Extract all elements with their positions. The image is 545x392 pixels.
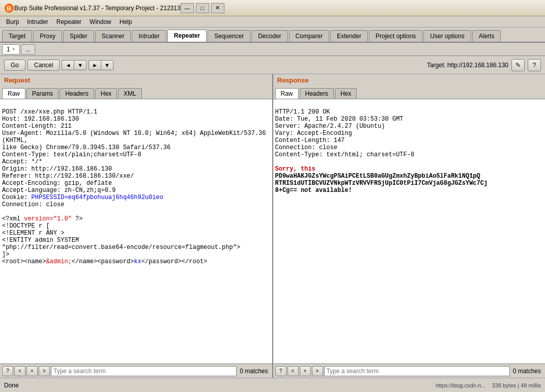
repeater-tab-more-label: ... — [25, 46, 31, 53]
target-help-button[interactable]: ? — [528, 59, 541, 71]
response-tab-hex[interactable]: Hex — [335, 88, 357, 99]
tab-decoder[interactable]: Decoder — [251, 30, 288, 42]
request-tabs: Raw Params Headers Hex XML — [0, 86, 272, 99]
titlebar-controls: — □ ✕ — [181, 3, 224, 13]
response-tab-raw[interactable]: Raw — [275, 88, 299, 99]
statusbar-right: https://blog.csdn.n... 338 bytes | 48 mi… — [436, 382, 541, 388]
request-search-fwd[interactable]: > — [39, 366, 50, 376]
request-search-matches: 0 matches — [238, 368, 270, 375]
tab-extender[interactable]: Extender — [330, 30, 368, 42]
close-button[interactable]: ✕ — [211, 3, 224, 13]
target-edit-button[interactable]: ✎ — [511, 59, 525, 71]
main-content: Request Raw Params Headers Hex XML POST … — [0, 74, 545, 378]
response-search-fwd[interactable]: > — [312, 366, 323, 376]
menu-window[interactable]: Window — [85, 17, 116, 26]
response-search-prev[interactable]: < — [288, 366, 299, 376]
menu-intruder[interactable]: Intruder — [23, 17, 52, 26]
svg-text:B: B — [7, 5, 11, 12]
repeater-tab-1[interactable]: 1 × — [2, 44, 20, 54]
tab-project-options[interactable]: Project options — [369, 30, 422, 42]
request-tab-hex[interactable]: Hex — [95, 88, 117, 99]
request-search-prev[interactable]: < — [14, 366, 25, 376]
tab-target[interactable]: Target — [2, 30, 32, 42]
target-label: Target: http://192.168.186.130 — [427, 62, 508, 69]
statusbar-url: https://blog.csdn.n... — [436, 382, 485, 388]
tab-sequencer[interactable]: Sequencer — [208, 30, 250, 42]
menu-burp[interactable]: Burp — [2, 17, 23, 26]
phpsessid-value: PHPSESSID=eq64fpbohuuaj6hq46h92u0ieo — [32, 194, 163, 201]
repeater-tab-1-close[interactable]: × — [12, 46, 15, 52]
repeater-tab-more[interactable]: ... — [21, 44, 35, 54]
request-search-input[interactable] — [51, 366, 237, 376]
request-tab-params[interactable]: Params — [26, 88, 59, 99]
request-tab-xml[interactable]: XML — [118, 88, 142, 99]
fwd-dropdown-button[interactable]: ▼ — [101, 60, 113, 70]
response-search-next[interactable]: + — [300, 366, 311, 376]
back-button[interactable]: ◄ — [62, 60, 74, 70]
request-header: Request — [0, 74, 272, 86]
xml-version-highlight: version="1.0" — [24, 215, 72, 222]
go-button[interactable]: Go — [4, 60, 25, 71]
entity-ref: &admin; — [46, 258, 71, 265]
minimize-button[interactable]: — — [181, 3, 194, 13]
tab-intruder[interactable]: Intruder — [132, 30, 166, 42]
maximize-button[interactable]: □ — [196, 3, 209, 13]
tab-comparer[interactable]: Comparer — [289, 30, 329, 42]
tab-scanner[interactable]: Scanner — [95, 30, 131, 42]
tab-user-options[interactable]: User options — [423, 30, 471, 42]
tab-proxy[interactable]: Proxy — [33, 30, 62, 42]
repeater-tab-1-label: 1 — [7, 46, 10, 53]
status-text: Done — [4, 382, 19, 389]
response-b64-1: PD9waHAKJGZsYWcgPSAiPCEtLSB0aGUgZmxhZyBp… — [275, 173, 480, 180]
titlebar: B Burp Suite Professional v1.7.37 - Temp… — [0, 0, 545, 16]
target-info: Target: http://192.168.186.130 ✎ ? — [427, 59, 541, 71]
repeater-tab-row: 1 × ... — [0, 43, 545, 56]
cancel-button[interactable]: Cancel — [27, 60, 60, 71]
tab-repeater[interactable]: Repeater — [167, 30, 207, 42]
request-content[interactable]: POST /xxe/xxe.php HTTP/1.1 Host: 192.168… — [0, 99, 272, 363]
statusbar-size: 338 bytes | 48 millis — [492, 382, 541, 388]
response-sorry: Sorry, this — [275, 165, 315, 173]
response-b64-2: RTRIS1dUTIBCVUZVNkpWTzVRVVFRSjUpIC0tPiI7… — [275, 180, 488, 187]
tab-spider[interactable]: Spider — [63, 30, 94, 42]
titlebar-title: Burp Suite Professional v1.7.37 - Tempor… — [14, 5, 181, 12]
tab-alerts[interactable]: Alerts — [472, 30, 501, 42]
request-search-bar: ? < + > 0 matches — [0, 363, 272, 378]
response-header: Response — [273, 74, 546, 86]
password-val: kx — [134, 258, 141, 265]
fwd-nav-group: ► ▼ — [89, 60, 113, 70]
response-tab-headers[interactable]: Headers — [300, 88, 334, 99]
response-search-help[interactable]: ? — [275, 366, 286, 376]
response-search-matches: 0 matches — [511, 368, 543, 375]
burp-icon: B — [4, 3, 14, 13]
request-tab-headers[interactable]: Headers — [60, 88, 94, 99]
request-tab-raw[interactable]: Raw — [2, 88, 25, 99]
toolbar: Go Cancel ◄ ▼ ► ▼ Target: http://192.168… — [0, 56, 545, 74]
response-search-input[interactable] — [324, 366, 510, 376]
tabbar: Target Proxy Spider Scanner Intruder Rep… — [0, 27, 545, 43]
response-panel: Response Raw Headers Hex HTTP/1.1 200 OK… — [273, 74, 546, 378]
statusbar: Done https://blog.csdn.n... 338 bytes | … — [0, 378, 545, 392]
request-search-help[interactable]: ? — [2, 366, 13, 376]
response-search-bar: ? < + > 0 matches — [273, 363, 546, 378]
menu-repeater[interactable]: Repeater — [52, 17, 85, 26]
response-b64-3: 8+Cg== not available! — [275, 187, 352, 194]
request-search-next[interactable]: + — [26, 366, 38, 376]
back-nav-group: ◄ ▼ — [62, 60, 87, 70]
request-panel: Request Raw Params Headers Hex XML POST … — [0, 74, 273, 378]
fwd-button[interactable]: ► — [89, 60, 101, 70]
response-tabs: Raw Headers Hex — [273, 86, 546, 99]
back-dropdown-button[interactable]: ▼ — [74, 60, 87, 70]
menu-help[interactable]: Help — [116, 17, 136, 26]
response-content[interactable]: HTTP/1.1 200 OK Date: Tue, 11 Feb 2020 0… — [273, 99, 546, 363]
menubar: Burp Intruder Repeater Window Help — [0, 16, 545, 27]
